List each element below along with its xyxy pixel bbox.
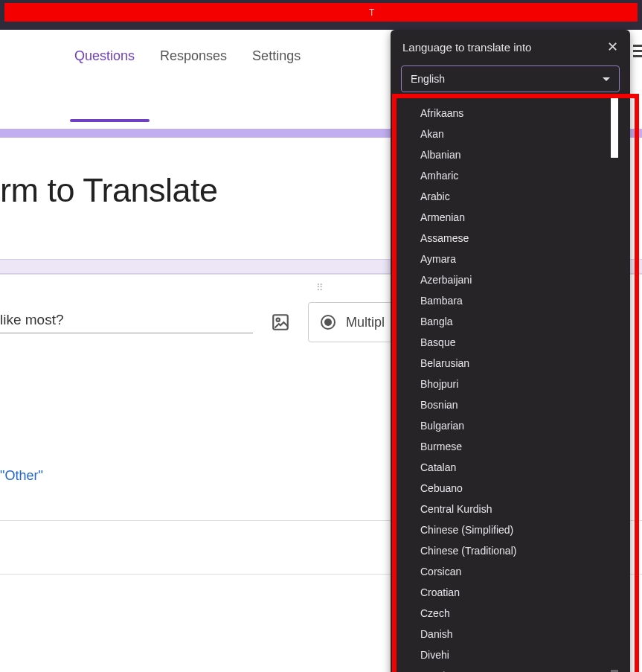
language-option[interactable]: Chinese (Simplified)	[420, 519, 630, 540]
hamburger-icon[interactable]	[633, 45, 642, 60]
language-option[interactable]: Bangla	[420, 311, 630, 332]
language-option[interactable]: Catalan	[420, 457, 630, 478]
language-options-list[interactable]: AfrikaansAkanAlbanianAmharicArabicArmeni…	[391, 100, 630, 672]
form-title[interactable]: rm to Translate	[0, 171, 218, 210]
question-text-input[interactable]: like most?	[0, 312, 253, 328]
language-option[interactable]: Aymara	[420, 249, 630, 269]
add-image-icon[interactable]	[271, 313, 290, 332]
tab-responses[interactable]: Responses	[160, 48, 227, 68]
language-option[interactable]: Amharic	[420, 165, 630, 186]
svg-point-1	[277, 319, 280, 321]
language-option[interactable]: Azerbaijani	[420, 269, 630, 290]
language-option[interactable]: Central Kurdish	[420, 499, 630, 519]
language-option[interactable]: Divehi	[420, 644, 630, 665]
language-option[interactable]: Bosnian	[420, 394, 630, 415]
tab-settings[interactable]: Settings	[252, 48, 301, 68]
language-option[interactable]: Belarusian	[420, 353, 630, 374]
language-option[interactable]: Afrikaans	[420, 103, 630, 124]
tab-text-fragment: T	[369, 7, 374, 18]
selected-language-label: English	[411, 73, 445, 85]
question-type-select[interactable]: Multipl	[308, 302, 397, 342]
redacted-bar	[4, 3, 638, 22]
language-option[interactable]: Armenian	[420, 207, 630, 228]
language-option[interactable]: Bhojpuri	[420, 374, 630, 394]
language-option[interactable]: Burmese	[420, 436, 630, 457]
question-type-label: Multipl	[346, 315, 385, 330]
language-option[interactable]: Cebuano	[420, 478, 630, 499]
add-other-link[interactable]: "Other"	[0, 468, 43, 484]
active-tab-underline	[70, 119, 150, 122]
radio-icon	[321, 315, 336, 330]
language-select[interactable]: English	[401, 65, 620, 92]
tab-questions[interactable]: Questions	[74, 48, 135, 68]
language-option[interactable]: Croatian	[420, 582, 630, 603]
language-option[interactable]: Dogri	[420, 665, 630, 672]
language-option[interactable]: Bambara	[420, 290, 630, 311]
language-option[interactable]: Arabic	[420, 186, 630, 207]
language-option[interactable]: Albanian	[420, 144, 630, 165]
question-text-wrap: like most?	[0, 312, 253, 333]
language-option[interactable]: Czech	[420, 603, 630, 624]
page-body: Questions Responses Settings rm to Trans…	[0, 30, 642, 672]
language-option[interactable]: Danish	[420, 624, 630, 644]
browser-top-bar: T	[0, 0, 642, 30]
language-option[interactable]: Bulgarian	[420, 415, 630, 436]
close-icon[interactable]: ✕	[607, 39, 618, 55]
language-option[interactable]: Basque	[420, 332, 630, 353]
scrollbar-thumb[interactable]	[611, 98, 618, 158]
dropdown-caret-icon	[603, 77, 610, 81]
language-option[interactable]: Assamese	[420, 228, 630, 249]
translate-language-panel: Language to translate into ✕ English Afr…	[391, 30, 630, 672]
language-option[interactable]: Chinese (Traditional)	[420, 540, 630, 561]
language-option[interactable]: Corsican	[420, 561, 630, 582]
language-option[interactable]: Akan	[420, 124, 630, 144]
panel-title: Language to translate into	[402, 41, 531, 54]
